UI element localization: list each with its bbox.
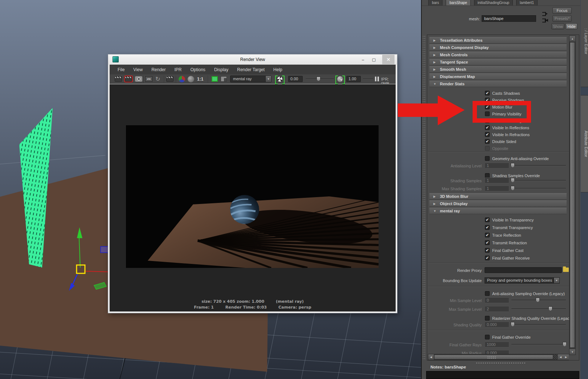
- ipr-render-icon[interactable]: IPR: [145, 76, 152, 82]
- section-tangent-space[interactable]: ▶Tangent Space: [429, 59, 567, 65]
- row-final-gather-cast[interactable]: ✔Final Gather Cast: [485, 248, 523, 253]
- keep-image-icon[interactable]: [212, 76, 218, 82]
- menu-render-target[interactable]: Render Target: [237, 67, 265, 72]
- row-final-gather-override[interactable]: Final Gather Override: [485, 334, 531, 340]
- row-trace-reflection[interactable]: ✔Trace Reflection: [485, 232, 521, 238]
- bounding-box-update-dropdown[interactable]: Proxy and geometry bounding boxes: [485, 277, 554, 284]
- checkbox-icon[interactable]: ✔: [485, 132, 490, 137]
- alpha-channel-icon[interactable]: [188, 76, 194, 82]
- vertical-scrollbar[interactable]: ▲ ▼: [569, 36, 576, 355]
- menu-options[interactable]: Options: [191, 67, 205, 72]
- gamma-slider[interactable]: [363, 79, 373, 80]
- exposure-slider[interactable]: [306, 79, 334, 80]
- shading-samples-field[interactable]: 1: [485, 178, 509, 183]
- vertical-scrollbar-thumb[interactable]: [570, 42, 575, 348]
- row-visible-in-refractions[interactable]: ✔Visible In Refractions: [485, 132, 530, 137]
- refresh-icon[interactable]: ↻: [155, 76, 160, 82]
- section-object-display[interactable]: ▶Object Display: [429, 200, 567, 207]
- checkbox-icon[interactable]: ✔: [485, 240, 490, 245]
- gamma-icon[interactable]: Y: [335, 76, 345, 83]
- checkbox-icon[interactable]: ✔: [485, 225, 490, 230]
- checkbox-icon[interactable]: [485, 156, 490, 161]
- remove-image-icon[interactable]: [221, 76, 227, 82]
- checkbox-icon[interactable]: ✔: [485, 233, 490, 237]
- tab-bars[interactable]: bars: [428, 0, 442, 5]
- row-rasterizer-override[interactable]: Rasterizer Shading Quality Override (Leg…: [485, 315, 573, 321]
- section-mesh-component-display[interactable]: ▶Mesh Component Display: [429, 44, 567, 51]
- shading-quality-field[interactable]: 0.000: [485, 322, 509, 327]
- focus-button[interactable]: Focus: [552, 7, 572, 14]
- scroll-left-icon[interactable]: ◀: [558, 354, 563, 360]
- scroll-up-icon[interactable]: ▲: [569, 36, 575, 41]
- max-shading-samples-slider[interactable]: [511, 188, 566, 189]
- show-button[interactable]: Show: [551, 23, 564, 29]
- yz-plane-handle[interactable]: [101, 246, 108, 253]
- gamma-field[interactable]: 1.00: [346, 76, 361, 82]
- final-gather-rays-slider[interactable]: [511, 344, 566, 345]
- row-visible-in-transparency[interactable]: ✔Visible In Transparency: [485, 217, 534, 223]
- shading-samples-slider[interactable]: [511, 180, 566, 181]
- checkbox-icon[interactable]: ✔: [485, 248, 490, 253]
- max-shading-samples-field[interactable]: 1: [485, 186, 509, 191]
- scroll-down-icon[interactable]: ▼: [569, 349, 575, 355]
- presets-button[interactable]: Presets*: [552, 15, 572, 22]
- checkbox-icon[interactable]: ✔: [485, 256, 490, 260]
- row-geometry-aa-override[interactable]: Geometry Anti-aliasing Override: [485, 156, 549, 161]
- shading-quality-slider[interactable]: [511, 324, 566, 325]
- antialiasing-level-slider[interactable]: [511, 165, 566, 166]
- checkbox-icon[interactable]: [485, 291, 490, 296]
- checkbox-icon[interactable]: ✔: [485, 217, 490, 222]
- horizontal-scrollbar-thumb[interactable]: [434, 355, 553, 359]
- row-final-gather-receive[interactable]: ✔Final Gather Receive: [485, 255, 530, 261]
- checkbox-icon[interactable]: [485, 316, 490, 321]
- notes-text-area[interactable]: [426, 371, 579, 379]
- checkbox-icon[interactable]: [485, 335, 490, 339]
- row-visible-in-reflections[interactable]: ✔Visible In Reflections: [485, 125, 529, 130]
- row-transmit-refraction[interactable]: ✔Transmit Refraction: [485, 240, 527, 245]
- minimize-button[interactable]: –: [360, 57, 366, 62]
- row-transmit-transparency[interactable]: ✔Transmit Transparency: [485, 225, 533, 230]
- exposure-icon[interactable]: [275, 76, 285, 83]
- pause-ipr-icon[interactable]: [375, 77, 379, 81]
- scroll-right-icon[interactable]: ▶: [563, 354, 569, 360]
- scroll-left-icon[interactable]: ◀: [428, 354, 434, 360]
- section-smooth-mesh[interactable]: ▶Smooth Mesh: [429, 66, 567, 73]
- section-mesh-controls[interactable]: ▶Mesh Controls: [429, 52, 567, 58]
- menu-file[interactable]: File: [118, 67, 124, 72]
- dropdown-arrow-icon[interactable]: ▼: [554, 277, 560, 284]
- min-sample-level-field[interactable]: 0: [485, 297, 509, 303]
- snapshot-icon[interactable]: [135, 76, 142, 82]
- notes-splitter-grip[interactable]: [476, 363, 525, 364]
- row-double-sided[interactable]: ✔Double Sided: [485, 139, 516, 144]
- tab-barsshape[interactable]: barsShape: [446, 0, 470, 5]
- tab-initialshadinggroup[interactable]: initialShadingGroup: [474, 0, 513, 5]
- exposure-field[interactable]: 0.00: [288, 76, 303, 82]
- hide-button[interactable]: Hide: [565, 23, 577, 29]
- section-mental-ray[interactable]: ▼mental ray: [429, 208, 567, 214]
- checkbox-icon[interactable]: ✔: [485, 139, 490, 144]
- menu-ipr[interactable]: IPR: [175, 67, 182, 72]
- final-gather-rays-field[interactable]: 1000: [485, 342, 509, 347]
- panel-resize-grip[interactable]: [422, 34, 426, 360]
- render-proxy-field[interactable]: [485, 267, 562, 273]
- row-opposite[interactable]: Opposite: [485, 146, 508, 151]
- mesh-name-field[interactable]: barsShape: [482, 15, 536, 22]
- maximize-button[interactable]: ▢: [371, 57, 377, 62]
- menu-help[interactable]: Help: [273, 67, 282, 72]
- side-tab-layer-editor[interactable]: : / Layer Editor: [581, 0, 588, 87]
- window-title-bar[interactable]: Render View – ▢ ✕: [108, 54, 397, 65]
- checkbox-icon[interactable]: ✔: [485, 91, 490, 95]
- side-tab-attribute-editor[interactable]: Attribute Editor: [581, 95, 588, 192]
- menu-display[interactable]: Display: [214, 67, 228, 72]
- max-sample-level-slider[interactable]: [511, 309, 566, 309]
- antialiasing-level-field[interactable]: 1: [485, 163, 509, 168]
- tab-lambert1[interactable]: lambert1: [516, 0, 538, 5]
- section-render-stats[interactable]: ▼Render Stats: [429, 81, 567, 87]
- max-sample-level-field[interactable]: 2: [485, 306, 509, 312]
- min-sample-level-slider[interactable]: [511, 300, 566, 301]
- section-displacement-map[interactable]: ▶Displacement Map: [429, 73, 567, 80]
- menu-render[interactable]: Render: [151, 67, 166, 72]
- horizontal-scrollbar[interactable]: ◀ ◀ ▶: [428, 354, 569, 360]
- close-button[interactable]: ✕: [382, 55, 395, 64]
- row-casts-shadows[interactable]: ✔Casts Shadows: [485, 90, 520, 96]
